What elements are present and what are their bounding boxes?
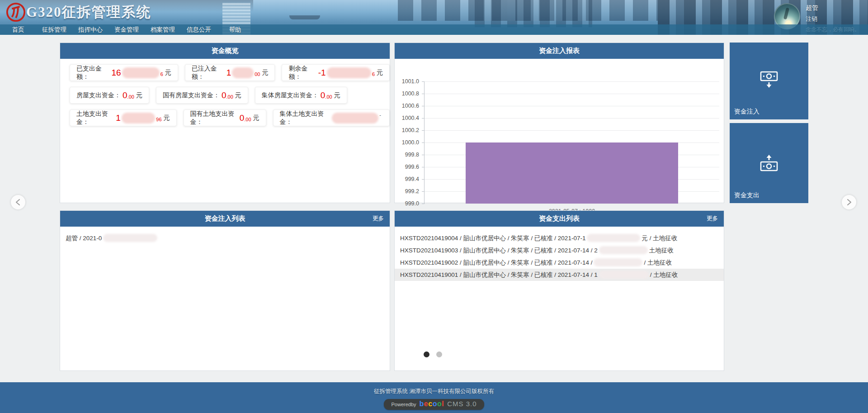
chart-gridline xyxy=(425,118,719,119)
nav-item[interactable]: 档案管理 xyxy=(145,26,181,34)
fund-injection-tile[interactable]: 资金注入 xyxy=(730,43,808,119)
header-banner: G320征拆管理系统 超管 注销 念念不忘，必有回响。 首页 征拆管理 指挥中心… xyxy=(0,0,868,35)
chevron-right-icon xyxy=(842,195,856,209)
stat-value-decimals: .00 xyxy=(325,94,332,100)
stat-value: 1 xyxy=(226,68,231,78)
stat-card: 房屋支出资金： 0 .00 元 xyxy=(70,87,149,104)
list-item[interactable]: HXSTD20210419003 / 韶山市优居中心 / 朱笑寒 / 已核准 /… xyxy=(395,244,724,256)
brand-letter: b xyxy=(420,400,424,408)
chart-y-tick-label: 999.8 xyxy=(405,152,419,158)
list-item-text: / 土地征收 xyxy=(650,271,678,278)
pagination-dots xyxy=(424,351,442,357)
injection-list-header: 资金注入列表 更多 xyxy=(60,211,390,227)
becool-logo: becool xyxy=(420,400,444,408)
stat-label: 集体房屋支出资金： xyxy=(262,91,319,100)
carousel-next-button[interactable] xyxy=(842,195,856,209)
list-item[interactable]: HXSTD20210419004 / 韶山市优居中心 / 朱笑寒 / 已核准 /… xyxy=(395,232,724,244)
stat-card: 集体房屋支出资金： 0 .00 元 xyxy=(255,87,347,104)
money-out-icon xyxy=(759,153,779,175)
chart-y-tick-label: 1000.4 xyxy=(402,115,419,121)
nav-item[interactable]: 首页 xyxy=(0,26,36,34)
tile-label: 资金注入 xyxy=(734,108,760,116)
stat-unit: 元 xyxy=(165,69,171,77)
chart-gridline xyxy=(425,204,719,204)
stat-value: 1 xyxy=(116,113,121,123)
stat-card: 国有土地支出资金： 0 .00 元 xyxy=(184,109,266,126)
chart-y-axis: 1001.01000.81000.61000.41000.21000.0999.… xyxy=(395,81,421,204)
stat-value: 0 xyxy=(222,90,226,100)
stat-label: 剩余金额： xyxy=(288,65,316,81)
redaction-blur xyxy=(122,67,160,78)
stat-row-1: 已支出金额： 16 6 元 已注入金额： 1 00 元 剩余金额： -1 xyxy=(70,64,390,81)
list-item-text: 元 / 土地征收 xyxy=(642,235,677,242)
user-name[interactable]: 超管 xyxy=(806,4,818,12)
stat-value: 0 xyxy=(321,90,326,100)
chart-gridline xyxy=(425,94,719,94)
chart-gridline xyxy=(425,130,719,131)
tile-label: 资金支出 xyxy=(734,191,760,199)
stat-unit: 元 xyxy=(262,69,268,77)
chart-y-tick-label: 1001.0 xyxy=(402,78,419,85)
pagination-dot-active[interactable] xyxy=(424,351,429,357)
stat-value-decimals: .00 xyxy=(226,94,233,100)
redaction-blur xyxy=(599,271,649,279)
list-item-text: HXSTD20210419001 / 韶山市优居中心 / 朱笑寒 / 已核准 /… xyxy=(400,271,598,278)
banner-boat-decoration xyxy=(289,15,320,19)
panel-title: 资金概览 xyxy=(212,47,239,55)
stat-value-decimals: 6 xyxy=(372,71,375,77)
list-item-text: HXSTD20210419004 / 韶山市优居中心 / 朱笑寒 / 已核准 /… xyxy=(400,235,585,242)
list-item-text: HXSTD20210419002 / 韶山市优居中心 / 朱笑寒 / 已核准 /… xyxy=(400,259,592,266)
banner-skyline-mid2 xyxy=(475,0,592,27)
copyright-text: 征拆管理系统 湘潭市贝一科技有限公司版权所有 xyxy=(0,382,868,395)
fund-overview-header: 资金概览 xyxy=(60,43,390,59)
money-in-icon xyxy=(759,69,779,91)
brand-letter: l xyxy=(442,400,444,408)
stat-card: 集体土地支出资金： - xyxy=(273,109,390,126)
list-item[interactable]: 超管 / 2021-0 xyxy=(60,232,390,244)
redaction-blur xyxy=(103,234,157,242)
stat-value-decimals: 96 xyxy=(156,117,161,122)
stat-value-decimals: - xyxy=(379,112,381,118)
injection-list-body: 超管 / 2021-0 xyxy=(60,227,390,244)
brand-letter: o xyxy=(433,400,437,408)
stat-card: 土地支出资金： 1 96 元 xyxy=(70,109,177,126)
nav-item[interactable]: 资金管理 xyxy=(108,26,145,34)
stat-unit: 元 xyxy=(377,69,383,77)
stat-unit: 元 xyxy=(334,91,340,100)
stat-unit: 元 xyxy=(136,91,142,100)
redaction-blur xyxy=(594,258,642,266)
nav-item[interactable]: 指挥中心 xyxy=(72,26,108,34)
fund-expense-tile[interactable]: 资金支出 xyxy=(730,123,808,203)
redaction-blur xyxy=(327,67,371,78)
stat-label: 集体土地支出资金： xyxy=(280,110,330,126)
stat-value-decimals: 00 xyxy=(255,71,260,77)
list-item[interactable]: HXSTD20210419002 / 韶山市优居中心 / 朱笑寒 / 已核准 /… xyxy=(395,256,724,269)
list-item[interactable]: HXSTD20210419001 / 韶山市优居中心 / 朱笑寒 / 已核准 /… xyxy=(395,269,724,281)
list-item-text: 土地征收 xyxy=(649,247,674,254)
stat-card: 已注入金额： 1 00 元 xyxy=(185,64,275,81)
panel-title: 资金注入列表 xyxy=(205,214,245,223)
stat-value: 0 xyxy=(123,90,127,100)
chart-y-tick-label: 1000.8 xyxy=(402,90,419,97)
stat-label: 国有房屋支出资金： xyxy=(163,91,220,100)
pagination-dot[interactable] xyxy=(436,351,442,357)
chart-y-tick-label: 999.0 xyxy=(405,200,419,207)
stat-value: -1 xyxy=(318,68,326,78)
chart-y-tick-label: 1000.0 xyxy=(402,139,419,146)
stat-row-2: 房屋支出资金： 0 .00 元 国有房屋支出资金： 0 .00 元 集体房屋支出… xyxy=(70,87,390,104)
fund-overview-panel: 资金概览 已支出金额： 16 6 元 已注入金额： 1 00 元 xyxy=(60,43,390,203)
stat-card: 剩余金额： -1 6 元 xyxy=(282,64,390,81)
stat-row-3: 土地支出资金： 1 96 元 国有土地支出资金： 0 .00 元 集体土地支出资… xyxy=(70,109,390,126)
chart-gridline xyxy=(425,106,719,106)
nav-item[interactable]: 帮助 xyxy=(217,26,253,34)
nav-item[interactable]: 征拆管理 xyxy=(36,26,72,34)
nav-item[interactable]: 信息公开 xyxy=(181,26,217,34)
more-link[interactable]: 更多 xyxy=(707,211,718,227)
logout-link[interactable]: 注销 xyxy=(806,15,817,23)
stat-card: 国有房屋支出资金： 0 .00 元 xyxy=(156,87,248,104)
carousel-prev-button[interactable] xyxy=(11,195,25,209)
redaction-blur xyxy=(332,113,378,123)
redaction-blur xyxy=(599,246,648,254)
main-nav: 首页 征拆管理 指挥中心 资金管理 档案管理 信息公开 帮助 xyxy=(0,24,868,35)
more-link[interactable]: 更多 xyxy=(373,211,384,227)
